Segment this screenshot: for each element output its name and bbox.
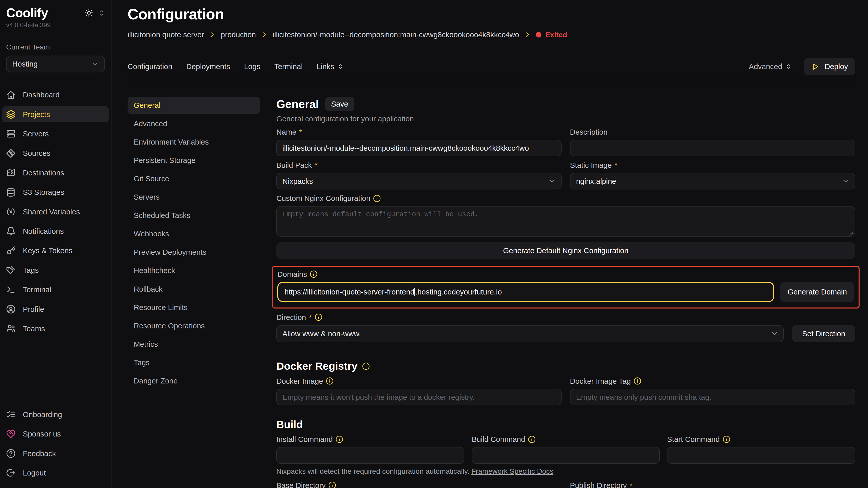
tab-configuration[interactable]: Configuration bbox=[128, 62, 172, 71]
subnav-healthcheck[interactable]: Healthcheck bbox=[128, 262, 260, 279]
breadcrumb-application[interactable]: illicitestonion/-module--decomposition:m… bbox=[273, 30, 519, 39]
docker-image-tag-input[interactable] bbox=[570, 389, 855, 405]
info-icon bbox=[722, 435, 731, 444]
subnav-servers[interactable]: Servers bbox=[128, 189, 260, 206]
set-direction-button[interactable]: Set Direction bbox=[792, 325, 855, 343]
subnav-rollback[interactable]: Rollback bbox=[128, 281, 260, 297]
direction-select[interactable]: Allow www & non-www. bbox=[276, 325, 784, 343]
status-badge: Exited bbox=[536, 31, 567, 39]
layers-icon bbox=[6, 110, 16, 119]
build-command-label: Build Command bbox=[472, 435, 525, 444]
sidebar-item-tags[interactable]: Tags bbox=[2, 262, 109, 278]
sidebar-item-sources[interactable]: Sources bbox=[2, 145, 109, 161]
chevron-right-icon bbox=[209, 31, 216, 38]
resize-grip-icon[interactable] bbox=[848, 229, 854, 235]
subnav-persistent-storage[interactable]: Persistent Storage bbox=[128, 152, 260, 169]
info-icon bbox=[373, 195, 381, 202]
terminal-icon bbox=[6, 285, 16, 294]
save-button[interactable]: Save bbox=[325, 97, 354, 111]
tab-terminal[interactable]: Terminal bbox=[274, 62, 303, 71]
sidebar-item-dashboard[interactable]: Dashboard bbox=[2, 87, 109, 103]
sidebar-item-onboarding[interactable]: Onboarding bbox=[2, 406, 109, 422]
sidebar-item-terminal[interactable]: Terminal bbox=[2, 282, 109, 298]
sidebar-item-shared-variables[interactable]: Shared Variables bbox=[2, 204, 109, 220]
sidebar-item-s3-storages[interactable]: S3 Storages bbox=[2, 184, 109, 200]
start-command-label: Start Command bbox=[667, 435, 719, 444]
chevrons-up-down-icon bbox=[785, 63, 792, 70]
domains-highlight-box: Domains https://illicitonion-quote-serve… bbox=[272, 266, 860, 309]
name-label: Name bbox=[276, 128, 297, 136]
sidebar-item-servers[interactable]: Servers bbox=[2, 126, 109, 142]
subnav-danger-zone[interactable]: Danger Zone bbox=[128, 372, 260, 389]
tab-deployments[interactable]: Deployments bbox=[186, 62, 230, 71]
framework-docs-link[interactable]: Framework Specific Docs bbox=[471, 467, 553, 475]
chevrons-up-down-icon bbox=[337, 63, 344, 70]
generate-domain-button[interactable]: Generate Domain bbox=[780, 282, 854, 302]
domains-label: Domains bbox=[277, 270, 307, 279]
info-icon bbox=[315, 313, 322, 321]
map-icon bbox=[6, 168, 16, 177]
general-form: General Save General configuration for y… bbox=[276, 97, 855, 488]
subnav-resource-limits[interactable]: Resource Limits bbox=[128, 299, 260, 316]
sidebar-item-keys-tokens[interactable]: Keys & Tokens bbox=[2, 243, 109, 259]
build-pack-label: Build Pack bbox=[276, 161, 312, 169]
theme-toggle-sun-icon[interactable] bbox=[85, 9, 93, 17]
subnav-environment-variables[interactable]: Environment Variables bbox=[128, 134, 260, 151]
sidebar-item-profile[interactable]: Profile bbox=[2, 301, 109, 317]
start-command-input[interactable] bbox=[667, 447, 855, 464]
breadcrumb: illicitonion quote server production ill… bbox=[128, 30, 855, 39]
server-icon bbox=[6, 129, 16, 138]
config-subnav: General Advanced Environment Variables P… bbox=[128, 97, 260, 488]
docker-image-input[interactable] bbox=[276, 389, 562, 405]
nginx-config-textarea[interactable] bbox=[276, 206, 855, 237]
subnav-git-source[interactable]: Git Source bbox=[128, 170, 260, 187]
generate-nginx-button[interactable]: Generate Default Nginx Configuration bbox=[276, 242, 855, 259]
heart-icon bbox=[6, 429, 16, 439]
subnav-advanced[interactable]: Advanced bbox=[128, 115, 260, 132]
sidebar-item-logout[interactable]: Logout bbox=[2, 465, 109, 481]
bell-icon bbox=[6, 226, 16, 236]
subnav-webhooks[interactable]: Webhooks bbox=[128, 226, 260, 242]
subnav-preview-deployments[interactable]: Preview Deployments bbox=[128, 244, 260, 261]
git-icon bbox=[6, 149, 16, 158]
domains-input[interactable]: https://illicitonion-quote-server-fronte… bbox=[277, 282, 774, 302]
team-select[interactable]: Hosting bbox=[6, 56, 105, 72]
sidebar-item-teams[interactable]: Teams bbox=[2, 321, 109, 336]
subnav-resource-operations[interactable]: Resource Operations bbox=[128, 318, 260, 334]
subnav-metrics[interactable]: Metrics bbox=[128, 336, 260, 353]
breadcrumb-project[interactable]: illicitonion quote server bbox=[128, 30, 204, 39]
chevron-down-icon bbox=[842, 177, 849, 185]
description-label: Description bbox=[570, 128, 608, 136]
info-icon bbox=[329, 481, 336, 488]
sidebar-item-sponsor[interactable]: Sponsor us bbox=[2, 426, 109, 442]
info-icon bbox=[326, 377, 334, 385]
app-version: v4.0.0-beta.399 bbox=[6, 22, 105, 29]
sidebar-item-destinations[interactable]: Destinations bbox=[2, 165, 109, 181]
description-input[interactable] bbox=[570, 140, 855, 157]
section-subtitle: General configuration for your applicati… bbox=[276, 115, 855, 123]
subnav-tags[interactable]: Tags bbox=[128, 354, 260, 371]
name-input[interactable] bbox=[276, 140, 562, 157]
deploy-button[interactable]: Deploy bbox=[804, 58, 855, 75]
advanced-dropdown[interactable]: Advanced bbox=[749, 62, 792, 71]
static-image-select[interactable]: nginx:alpine bbox=[570, 173, 855, 190]
home-icon bbox=[6, 90, 16, 100]
sidebar-item-feedback[interactable]: Feedback bbox=[2, 446, 109, 461]
build-command-input[interactable] bbox=[472, 447, 660, 464]
breadcrumb-environment[interactable]: production bbox=[221, 30, 256, 39]
sidebar-item-notifications[interactable]: Notifications bbox=[2, 223, 109, 239]
app-brand: Coolify bbox=[6, 6, 48, 21]
sidebar-collapse-icon[interactable] bbox=[98, 10, 105, 16]
build-pack-select[interactable]: Nixpacks bbox=[276, 173, 562, 190]
install-command-input[interactable] bbox=[276, 447, 464, 464]
docker-image-label: Docker Image bbox=[276, 377, 323, 386]
play-icon bbox=[811, 62, 819, 71]
current-team-label: Current Team bbox=[0, 43, 111, 51]
tab-logs[interactable]: Logs bbox=[244, 62, 260, 71]
subnav-scheduled-tasks[interactable]: Scheduled Tasks bbox=[128, 207, 260, 224]
status-dot bbox=[536, 32, 541, 37]
subnav-general[interactable]: General bbox=[128, 97, 260, 114]
tab-links[interactable]: Links bbox=[317, 62, 344, 71]
info-icon bbox=[362, 362, 370, 370]
sidebar-item-projects[interactable]: Projects bbox=[2, 106, 109, 122]
